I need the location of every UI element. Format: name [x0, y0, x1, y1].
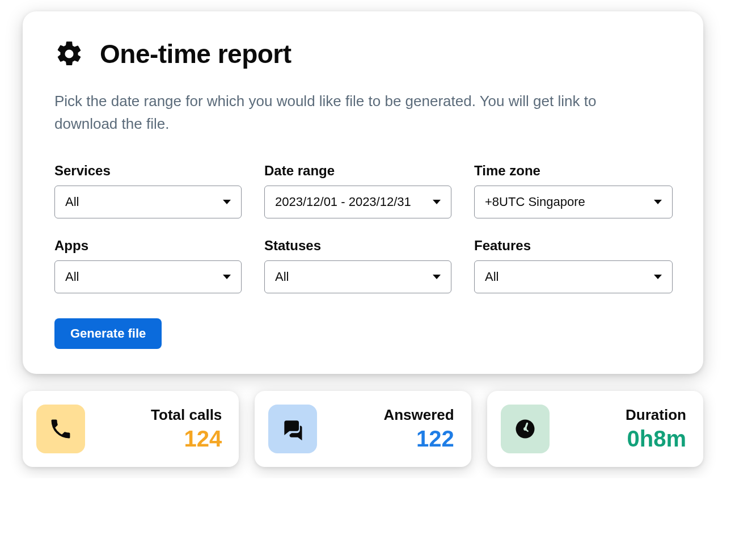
- features-field: Features All: [474, 238, 673, 293]
- chevron-down-icon: [654, 200, 662, 204]
- stat-card-duration: Duration 0h8m: [487, 391, 703, 467]
- duration-value: 0h8m: [627, 426, 686, 452]
- services-field: Services All: [54, 163, 242, 218]
- total-calls-value: 124: [184, 426, 222, 452]
- date-range-field: Date range 2023/12/01 - 2023/12/31: [264, 163, 451, 218]
- apps-label: Apps: [54, 238, 242, 254]
- time-zone-field: Time zone +8UTC Singapore: [474, 163, 673, 218]
- apps-value: All: [65, 270, 79, 284]
- statuses-value: All: [275, 270, 289, 284]
- stat-text: Answered 122: [331, 406, 454, 452]
- features-label: Features: [474, 238, 673, 254]
- phone-icon: [36, 405, 85, 453]
- chevron-down-icon: [223, 200, 231, 204]
- chevron-down-icon: [433, 275, 441, 279]
- clock-icon: [501, 405, 550, 453]
- total-calls-label: Total calls: [151, 406, 222, 424]
- chevron-down-icon: [433, 200, 441, 204]
- gear-icon: [54, 39, 84, 69]
- date-range-value: 2023/12/01 - 2023/12/31: [275, 195, 411, 209]
- answered-label: Answered: [383, 406, 454, 424]
- services-value: All: [65, 195, 79, 209]
- duration-label: Duration: [626, 406, 686, 424]
- services-label: Services: [54, 163, 242, 179]
- chevron-down-icon: [223, 275, 231, 279]
- chat-icon: [268, 405, 317, 453]
- page-description: Pick the date range for which you would …: [54, 90, 656, 136]
- report-card: One-time report Pick the date range for …: [23, 11, 703, 374]
- page-title: One-time report: [100, 39, 292, 69]
- apps-field: Apps All: [54, 238, 242, 293]
- apps-select[interactable]: All: [54, 260, 242, 293]
- features-select[interactable]: All: [474, 260, 673, 293]
- date-range-label: Date range: [264, 163, 451, 179]
- date-range-select[interactable]: 2023/12/01 - 2023/12/31: [264, 186, 451, 218]
- time-zone-value: +8UTC Singapore: [485, 195, 585, 209]
- time-zone-select[interactable]: +8UTC Singapore: [474, 186, 673, 218]
- services-select[interactable]: All: [54, 186, 242, 218]
- stat-card-answered: Answered 122: [255, 391, 471, 467]
- filters-grid: Services All Date range 2023/12/01 - 202…: [54, 163, 671, 293]
- statuses-select[interactable]: All: [264, 260, 451, 293]
- generate-file-button[interactable]: Generate file: [54, 318, 162, 349]
- features-value: All: [485, 270, 499, 284]
- stats-row: Total calls 124 Answered 122 Duration: [23, 391, 703, 467]
- statuses-label: Statuses: [264, 238, 451, 254]
- time-zone-label: Time zone: [474, 163, 673, 179]
- stat-card-total-calls: Total calls 124: [23, 391, 239, 467]
- answered-value: 122: [416, 426, 454, 452]
- card-header: One-time report: [54, 39, 671, 69]
- stat-text: Duration 0h8m: [563, 406, 686, 452]
- stat-text: Total calls 124: [99, 406, 222, 452]
- statuses-field: Statuses All: [264, 238, 451, 293]
- chevron-down-icon: [654, 275, 662, 279]
